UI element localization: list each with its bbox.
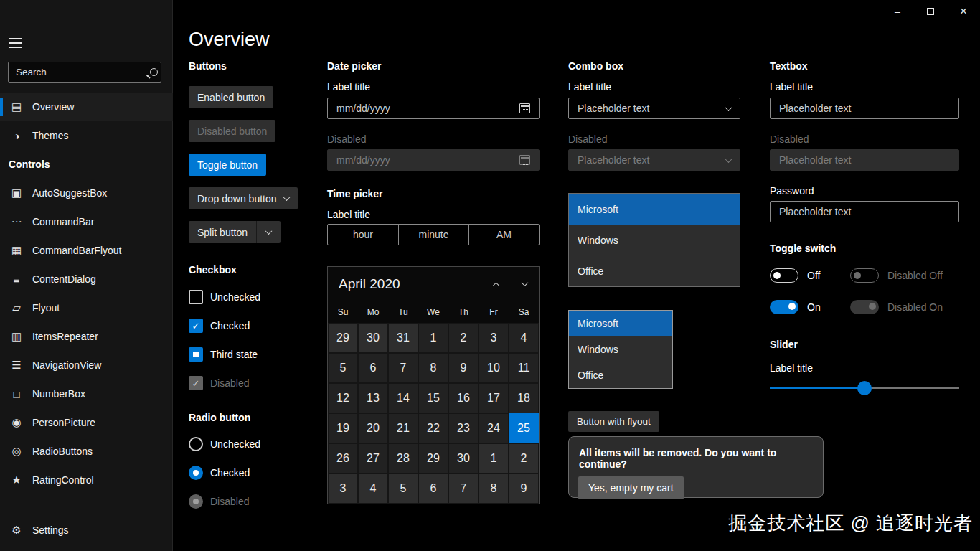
flyout-button[interactable]: Button with flyout xyxy=(568,411,659,432)
checkbox-disabled-icon: ✓ xyxy=(189,376,203,390)
hamburger-menu-button[interactable] xyxy=(9,38,22,48)
list-item[interactable]: Microsoft xyxy=(569,311,672,336)
enabled-button[interactable]: Enabled button xyxy=(189,86,273,108)
calendar-day[interactable]: 29 xyxy=(328,323,358,353)
toggle-switch-on[interactable] xyxy=(770,300,798,314)
calendar-day[interactable]: 3 xyxy=(479,323,509,353)
control-icon: ◎ xyxy=(10,445,23,458)
calendar-day[interactable]: 21 xyxy=(388,413,418,443)
sidebar-item-overview[interactable]: ▤ Overview xyxy=(0,93,173,121)
calendar-day[interactable]: 24 xyxy=(479,413,509,443)
minimize-button[interactable]: – xyxy=(881,0,914,23)
sidebar-item-control[interactable]: ▥ ItemsRepeater xyxy=(0,322,173,351)
sidebar-item-control[interactable]: ◎ RadioButtons xyxy=(0,437,173,466)
calendar-day[interactable]: 4 xyxy=(358,474,388,504)
calendar-day[interactable]: 2 xyxy=(448,323,479,353)
calendar-day[interactable]: 6 xyxy=(358,353,388,383)
calendar-day[interactable]: 30 xyxy=(448,443,479,474)
sidebar-item-control[interactable]: ⋯ CommandBar xyxy=(0,207,173,236)
date-picker-input[interactable]: mm/dd/yyyy xyxy=(327,98,540,119)
calendar-day[interactable]: 10 xyxy=(479,353,509,383)
slider-control[interactable] xyxy=(770,381,959,395)
calendar-day[interactable]: 14 xyxy=(388,383,418,413)
password-input[interactable] xyxy=(770,201,959,222)
close-button[interactable]: × xyxy=(947,0,980,23)
split-button-chevron[interactable] xyxy=(256,221,281,243)
sidebar-item-control[interactable]: ≡ ContentDialog xyxy=(0,265,173,293)
radio-disabled: Disabled xyxy=(189,494,249,509)
toggle-switch-off[interactable] xyxy=(770,268,798,283)
calendar-day[interactable]: 19 xyxy=(328,413,358,443)
calendar-day[interactable]: 5 xyxy=(328,353,358,383)
calendar-day[interactable]: 5 xyxy=(388,474,418,504)
calendar-day[interactable]: 16 xyxy=(448,383,479,413)
radio-checked[interactable]: Checked xyxy=(189,466,250,480)
calendar-day[interactable]: 2 xyxy=(509,443,539,474)
calendar-day[interactable]: 8 xyxy=(418,353,448,383)
calendar-day[interactable]: 18 xyxy=(509,383,539,413)
sidebar-item-label: AutoSuggestBox xyxy=(32,187,107,199)
sidebar-item-control[interactable]: ☰ NavigationView xyxy=(0,351,173,380)
list-item[interactable]: Microsoft xyxy=(569,194,740,225)
calendar-day[interactable]: 25 xyxy=(509,413,539,443)
sidebar-item-control[interactable]: ▣ AutoSuggestBox xyxy=(0,179,173,207)
combo-box[interactable]: Placeholder text xyxy=(568,98,740,119)
sidebar-item-control[interactable]: ▦ CommandBarFlyout xyxy=(0,236,173,265)
maximize-button[interactable] xyxy=(914,0,947,23)
slider-thumb[interactable] xyxy=(857,381,872,395)
time-picker-ampm[interactable]: AM xyxy=(468,225,539,245)
calendar-day[interactable]: 8 xyxy=(479,474,509,504)
radio-unchecked[interactable]: Unchecked xyxy=(189,437,260,451)
sidebar-item-control[interactable]: ★ RatingControl xyxy=(0,466,173,494)
textbox-input[interactable] xyxy=(770,98,959,119)
time-picker-hour[interactable]: hour xyxy=(328,225,398,245)
search-input[interactable] xyxy=(9,67,150,77)
calendar-day[interactable]: 6 xyxy=(418,474,448,504)
time-picker-minute[interactable]: minute xyxy=(398,225,468,245)
sidebar-item-themes[interactable]: ◑ Themes xyxy=(0,121,173,150)
drop-down-button[interactable]: Drop down button xyxy=(189,187,298,209)
empty-cart-button[interactable]: Yes, empty my cart xyxy=(578,476,684,499)
calendar-day[interactable]: 7 xyxy=(448,474,479,504)
calendar-day[interactable]: 3 xyxy=(328,474,358,504)
list-box-wide: Microsoft Windows Office xyxy=(568,193,740,287)
calendar-day[interactable]: 27 xyxy=(358,443,388,474)
sidebar-item-control[interactable]: ▱ Flyout xyxy=(0,293,173,322)
list-item[interactable]: Office xyxy=(569,362,672,388)
list-item[interactable]: Windows xyxy=(569,225,740,255)
sidebar-item-control[interactable]: ◉ PersonPicture xyxy=(0,408,173,437)
calendar-day[interactable]: 9 xyxy=(509,474,539,504)
calendar-day[interactable]: 4 xyxy=(509,323,539,353)
calendar-day[interactable]: 9 xyxy=(448,353,479,383)
calendar-day[interactable]: 28 xyxy=(388,443,418,474)
calendar-day[interactable]: 22 xyxy=(418,413,448,443)
calendar-day[interactable]: 15 xyxy=(418,383,448,413)
calendar-day[interactable]: 12 xyxy=(328,383,358,413)
calendar-day[interactable]: 11 xyxy=(509,353,539,383)
calendar-day[interactable]: 1 xyxy=(418,323,448,353)
calendar-day[interactable]: 31 xyxy=(388,323,418,353)
calendar-day[interactable]: 7 xyxy=(388,353,418,383)
calendar-day[interactable]: 23 xyxy=(448,413,479,443)
calendar-next-button[interactable] xyxy=(510,270,539,298)
list-item[interactable]: Windows xyxy=(569,336,672,362)
calendar-prev-button[interactable] xyxy=(481,270,510,298)
calendar-day[interactable]: 26 xyxy=(328,443,358,474)
calendar-day[interactable]: 1 xyxy=(479,443,509,474)
maximize-icon xyxy=(927,8,934,15)
calendar-day[interactable]: 29 xyxy=(418,443,448,474)
chevron-down-icon xyxy=(521,279,528,286)
calendar-day[interactable]: 20 xyxy=(358,413,388,443)
split-button-main[interactable]: Split button xyxy=(189,221,256,243)
calendar-month-label[interactable]: April 2020 xyxy=(339,276,481,292)
toggle-button[interactable]: Toggle button xyxy=(189,154,266,176)
calendar-day[interactable]: 17 xyxy=(479,383,509,413)
sidebar-item-control[interactable]: □ NumberBox xyxy=(0,380,173,408)
sidebar-item-settings[interactable]: ⚙ Settings xyxy=(0,516,173,545)
calendar-day[interactable]: 30 xyxy=(358,323,388,353)
checkbox-third-state[interactable]: Third state xyxy=(189,347,258,362)
checkbox-unchecked[interactable]: Unchecked xyxy=(189,290,260,304)
list-item[interactable]: Office xyxy=(569,255,740,286)
checkbox-checked[interactable]: ✓ Checked xyxy=(189,319,250,333)
calendar-day[interactable]: 13 xyxy=(358,383,388,413)
